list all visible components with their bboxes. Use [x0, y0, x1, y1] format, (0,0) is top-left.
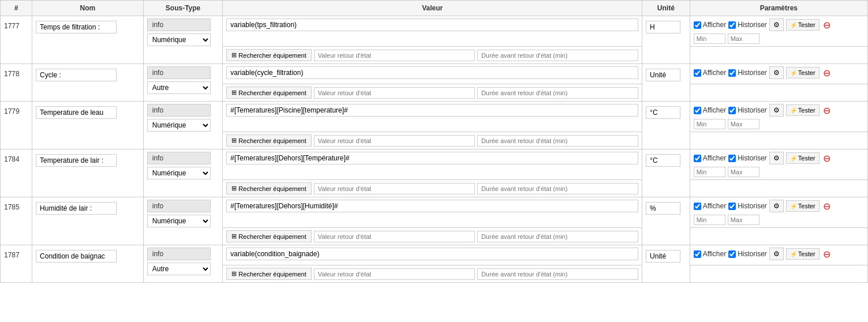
gear-button[interactable]: ⚙ — [769, 18, 784, 31]
afficher-checkbox[interactable] — [694, 69, 701, 77]
params-cell-2 — [690, 84, 867, 102]
table-row: 1784infoNumériqueAutreBinaireTexte Affic… — [1, 149, 868, 180]
sous-type-select[interactable]: NumériqueAutreBinaireTexte — [147, 119, 211, 132]
valeur-retour-input[interactable] — [314, 135, 475, 147]
remove-button[interactable]: ⊖ — [822, 105, 832, 116]
duree-retour-input[interactable] — [477, 135, 638, 147]
afficher-label[interactable]: Afficher — [694, 202, 726, 210]
remove-button[interactable]: ⊖ — [822, 201, 832, 212]
afficher-label[interactable]: Afficher — [694, 21, 726, 29]
gear-button[interactable]: ⚙ — [769, 152, 784, 164]
nom-input[interactable] — [36, 154, 117, 167]
valeur-retour-input[interactable] — [314, 268, 475, 280]
duree-retour-input[interactable] — [477, 268, 638, 280]
remove-button[interactable]: ⊖ — [822, 68, 832, 78]
unite-input[interactable] — [646, 250, 680, 263]
valeur-input[interactable] — [226, 152, 638, 164]
nom-input[interactable] — [36, 202, 117, 215]
nom-input[interactable] — [36, 106, 117, 119]
valeur-retour-input[interactable] — [314, 231, 475, 242]
valeur-input[interactable] — [226, 104, 638, 117]
historiser-checkbox[interactable] — [728, 250, 736, 258]
afficher-checkbox[interactable] — [694, 203, 701, 210]
tester-button[interactable]: Tester — [786, 104, 820, 116]
afficher-label[interactable]: Afficher — [694, 69, 726, 77]
duree-retour-input[interactable] — [477, 50, 638, 61]
row-id: 1785 — [4, 203, 20, 211]
valeur-retour-input[interactable] — [314, 183, 475, 194]
nom-input[interactable] — [36, 21, 117, 33]
header-soustype: Sous-Type — [143, 1, 223, 16]
nom-input[interactable] — [36, 250, 117, 263]
duree-retour-input[interactable] — [477, 183, 638, 194]
sous-type-select[interactable]: NumériqueAutreBinaireTexte — [147, 33, 211, 46]
afficher-checkbox[interactable] — [694, 107, 701, 114]
gear-button[interactable]: ⚙ — [769, 248, 784, 260]
valeur-input[interactable] — [226, 66, 638, 79]
rechercher-button[interactable]: Rechercher équipement — [226, 230, 311, 242]
unite-input[interactable] — [646, 202, 680, 215]
max-input[interactable] — [728, 167, 760, 177]
tester-button[interactable]: Tester — [786, 248, 820, 260]
afficher-label[interactable]: Afficher — [694, 250, 726, 258]
valeur-retour-input[interactable] — [314, 50, 475, 61]
nom-input[interactable] — [36, 69, 117, 81]
table-row: 1787infoNumériqueAutreBinaireTexte Affic… — [1, 245, 868, 265]
max-input[interactable] — [728, 119, 760, 129]
rechercher-button[interactable]: Rechercher équipement — [226, 134, 311, 147]
valeur-input[interactable] — [226, 200, 638, 212]
sous-type-select[interactable]: NumériqueAutreBinaireTexte — [147, 215, 211, 227]
duree-retour-input[interactable] — [477, 231, 638, 242]
min-input[interactable] — [694, 167, 725, 177]
valeur-input[interactable] — [226, 248, 638, 260]
max-input[interactable] — [728, 33, 760, 44]
sous-type-select[interactable]: NumériqueAutreBinaireTexte — [147, 263, 211, 275]
historiser-label[interactable]: Historiser — [728, 69, 767, 77]
historiser-label[interactable]: Historiser — [728, 106, 767, 114]
rechercher-button[interactable]: Rechercher équipement — [226, 182, 311, 194]
tester-button[interactable]: Tester — [786, 152, 820, 164]
duree-retour-input[interactable] — [477, 87, 638, 99]
rechercher-button[interactable]: Rechercher équipement — [226, 49, 311, 61]
min-input[interactable] — [694, 215, 725, 225]
afficher-checkbox[interactable] — [694, 250, 701, 258]
params-cell-2 — [690, 180, 867, 197]
remove-button[interactable]: ⊖ — [822, 249, 832, 260]
min-input[interactable] — [694, 119, 725, 129]
unite-input[interactable] — [646, 154, 680, 167]
historiser-label[interactable]: Historiser — [728, 250, 767, 258]
historiser-checkbox[interactable] — [728, 69, 736, 77]
historiser-checkbox[interactable] — [728, 21, 736, 29]
params-cell-2 — [690, 47, 867, 64]
min-input[interactable] — [694, 33, 725, 44]
valeur-retour-input[interactable] — [314, 87, 475, 99]
tester-button[interactable]: Tester — [786, 200, 820, 212]
rechercher-button[interactable]: Rechercher équipement — [226, 87, 311, 99]
historiser-label[interactable]: Historiser — [728, 202, 767, 210]
tester-button[interactable]: Tester — [786, 67, 820, 78]
historiser-label[interactable]: Historiser — [728, 21, 767, 29]
remove-button[interactable]: ⊖ — [822, 20, 832, 31]
historiser-checkbox[interactable] — [728, 203, 736, 210]
sous-type-badge: info — [147, 248, 211, 260]
afficher-label[interactable]: Afficher — [694, 106, 726, 114]
afficher-label[interactable]: Afficher — [694, 154, 726, 162]
historiser-checkbox[interactable] — [728, 155, 736, 162]
unite-input[interactable] — [646, 21, 680, 33]
tester-button[interactable]: Tester — [786, 19, 820, 31]
sous-type-select[interactable]: NumériqueAutreBinaireTexte — [147, 81, 211, 94]
gear-button[interactable]: ⚙ — [769, 66, 784, 79]
historiser-label[interactable]: Historiser — [728, 154, 767, 162]
afficher-checkbox[interactable] — [694, 155, 701, 162]
gear-button[interactable]: ⚙ — [769, 104, 784, 117]
sous-type-select[interactable]: NumériqueAutreBinaireTexte — [147, 167, 211, 179]
max-input[interactable] — [728, 215, 760, 225]
unite-input[interactable] — [646, 69, 680, 81]
rechercher-button[interactable]: Rechercher équipement — [226, 268, 311, 280]
remove-button[interactable]: ⊖ — [822, 153, 832, 164]
valeur-input[interactable] — [226, 18, 638, 31]
afficher-checkbox[interactable] — [694, 21, 701, 29]
unite-input[interactable] — [646, 106, 680, 119]
gear-button[interactable]: ⚙ — [769, 200, 784, 212]
historiser-checkbox[interactable] — [728, 107, 736, 114]
